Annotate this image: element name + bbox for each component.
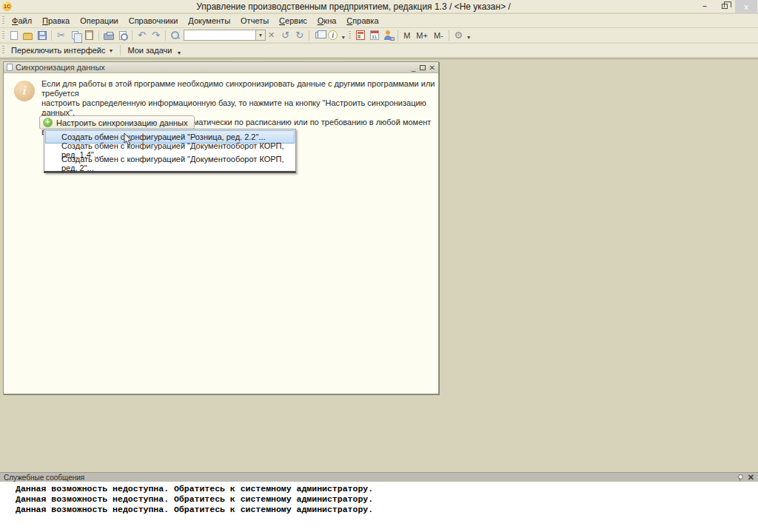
app-logo-icon: 1С (2, 1, 12, 11)
service-messages-title: Служебные сообщения (4, 474, 738, 482)
menubar: Файл Правка Операции Справочники Докумен… (0, 14, 758, 27)
toolbar-overflow-icon[interactable]: ▼ (176, 50, 181, 55)
toolbar-grip (2, 46, 4, 55)
dialog-maximize-button[interactable] (420, 65, 426, 70)
combo-dropdown-icon[interactable]: ▼ (256, 30, 266, 41)
window-title: Управление производственным предприятием… (12, 1, 695, 12)
message-line[interactable]: Данная возможность недоступна. Обратитес… (16, 505, 758, 515)
service-settings-button[interactable]: ⚙ (452, 29, 466, 41)
copy-button[interactable] (68, 29, 82, 41)
menu-file[interactable]: Файл (7, 15, 37, 27)
sync-dialog-controls: _ ✕ (412, 64, 435, 72)
toolbar-grip (2, 16, 4, 25)
menu-operations[interactable]: Операции (75, 15, 123, 27)
main-toolbar: ✂ ↶ ↷ ▼ ✕ ↺ ↻ i ▼ 31 M M+ M- ⚙ ▼ (0, 28, 758, 43)
separator (132, 30, 133, 41)
separator (120, 45, 121, 55)
memory-m-button[interactable]: M (400, 31, 413, 40)
sync-dialog-titlebar[interactable]: Синхронизация данных _ ✕ (4, 62, 438, 73)
menu-reports[interactable]: Отчеты (235, 15, 274, 27)
menu-item-dokumentooborot-2[interactable]: Создать обмен с конфигурацией "Документо… (45, 157, 295, 170)
print-preview-button[interactable] (115, 29, 130, 41)
separator (449, 30, 449, 41)
message-line[interactable]: Данная возможность недоступна. Обратитес… (16, 494, 758, 505)
configure-sync-label: Настроить синхронизацию данных (56, 118, 187, 127)
my-tasks-button[interactable]: Мои задачи (123, 44, 176, 56)
memory-mplus-button[interactable]: M+ (413, 31, 431, 40)
messages-close-icon[interactable]: ✕ (748, 473, 754, 482)
search-icon (171, 31, 180, 40)
calculator-button[interactable] (353, 29, 367, 41)
calendar-button[interactable]: 31 (367, 29, 381, 41)
undo-button[interactable]: ↶ (135, 29, 149, 41)
search-input[interactable] (184, 30, 256, 41)
new-document-icon (10, 31, 18, 40)
save-icon (38, 31, 47, 40)
nav-forward-button[interactable]: ↻ (292, 29, 306, 41)
paste-icon (85, 30, 93, 40)
calculator-icon (356, 30, 365, 40)
dialog-close-button[interactable]: ✕ (429, 64, 435, 72)
info-dropdown-icon[interactable]: ▼ (341, 35, 346, 40)
my-tasks-label: Мои задачи (127, 46, 172, 55)
memory-mminus-button[interactable]: M- (431, 31, 446, 40)
service-messages-panel: Служебные сообщения ✕ Данная возможность… (0, 472, 758, 532)
cut-button[interactable]: ✂ (54, 29, 68, 41)
open-folder-icon (23, 33, 33, 40)
redo-button[interactable]: ↷ (149, 29, 163, 41)
paste-button[interactable] (82, 29, 96, 41)
message-line[interactable]: Данная возможность недоступна. Обратитес… (16, 484, 758, 494)
info-icon: i (328, 30, 338, 40)
menu-catalogs[interactable]: Справочники (124, 15, 184, 27)
separator (398, 30, 398, 41)
service-dropdown-icon[interactable]: ▼ (466, 35, 472, 40)
search-combobox: ▼ ✕ (184, 30, 277, 41)
switch-interface-button[interactable]: Переключить интерфейс ▼ (7, 44, 118, 56)
clear-search-icon[interactable]: ✕ (266, 30, 277, 40)
separator (309, 30, 309, 41)
calendar-icon: 31 (370, 30, 379, 40)
separator (98, 30, 99, 41)
menu-documents[interactable]: Документы (183, 15, 235, 27)
menu-edit[interactable]: Правка (37, 15, 75, 27)
pin-icon[interactable] (738, 474, 742, 481)
redo-icon: ↷ (152, 30, 160, 40)
copy-icon (72, 31, 78, 39)
open-button[interactable] (21, 29, 35, 41)
nav-forward-icon: ↻ (295, 30, 303, 40)
switch-interface-label: Переключить интерфейс (11, 46, 106, 55)
find-button[interactable] (168, 29, 182, 41)
app-window: 1С Управление производственным предприят… (0, 0, 758, 532)
info-button[interactable]: i (326, 29, 340, 41)
nav-back-button[interactable]: ↺ (278, 29, 292, 41)
wrench-icon: ⚙ (454, 30, 463, 41)
interface-toolbar: Переключить интерфейс ▼ Мои задачи ▼ (0, 44, 758, 58)
menu-windows[interactable]: Окна (312, 15, 342, 27)
new-document-button[interactable] (7, 29, 21, 41)
window-controls: – x (695, 0, 758, 13)
sync-dialog: Синхронизация данных _ ✕ i Если для рабо… (3, 61, 439, 394)
print-preview-icon (119, 31, 127, 40)
windows-icon (315, 32, 323, 38)
titlebar: 1С Управление производственным предприят… (0, 0, 758, 13)
user-permissions-button[interactable] (381, 29, 395, 41)
save-button[interactable] (35, 29, 49, 41)
menu-help[interactable]: Справка (341, 15, 383, 27)
plus-icon: + (43, 118, 53, 127)
sync-dialog-title: Синхронизация данных (16, 63, 412, 72)
minimize-button[interactable]: – (695, 1, 714, 12)
nav-back-icon: ↺ (281, 30, 289, 40)
toolbar-grip (349, 31, 351, 40)
workspace: Синхронизация данных _ ✕ i Если для рабо… (0, 58, 758, 472)
configure-sync-button[interactable]: + Настроить синхронизацию данных (39, 115, 195, 129)
dialog-minimize-button[interactable]: _ (412, 64, 416, 72)
windows-button[interactable] (312, 29, 326, 41)
menu-service[interactable]: Сервис (274, 15, 312, 27)
print-button[interactable] (101, 29, 115, 41)
toolbar-grip (2, 31, 4, 40)
sync-dialog-body: i Если для работы в этой программе необх… (4, 73, 438, 394)
document-icon (7, 64, 13, 71)
restore-button[interactable] (715, 1, 734, 12)
close-button[interactable]: x (735, 0, 757, 13)
cut-icon: ✂ (57, 30, 65, 40)
